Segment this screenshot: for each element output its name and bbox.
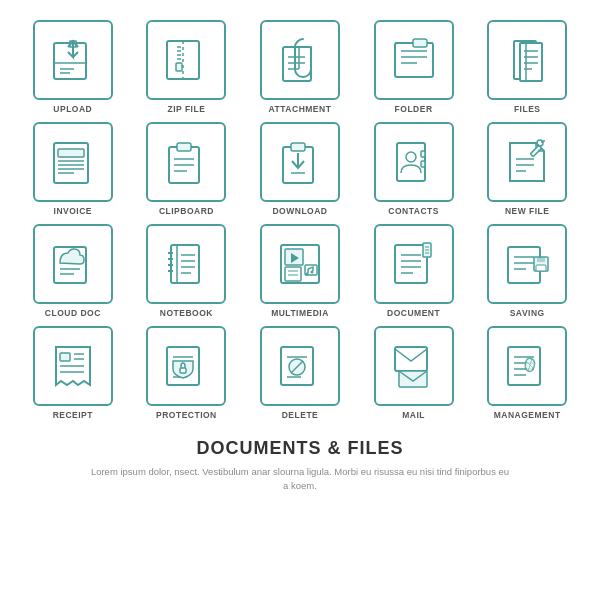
icon-item-document: DOCUMENT bbox=[361, 224, 467, 318]
icon-box-management bbox=[487, 326, 567, 406]
icon-item-upload: UPLOAD bbox=[20, 20, 126, 114]
icon-label-receipt: RECEIPT bbox=[53, 410, 93, 420]
svg-rect-111 bbox=[508, 347, 540, 385]
icon-box-document bbox=[374, 224, 454, 304]
icon-label-invoice: INVOICE bbox=[54, 206, 92, 216]
icon-label-cloud-doc: CLOUD DOC bbox=[45, 308, 101, 318]
icon-label-folder: FOLDER bbox=[395, 104, 433, 114]
icon-label-management: MANAGEMENT bbox=[494, 410, 561, 420]
icon-item-invoice: INVOICE bbox=[20, 122, 126, 216]
icon-box-multimedia bbox=[260, 224, 340, 304]
svg-rect-37 bbox=[177, 143, 191, 151]
svg-rect-109 bbox=[395, 347, 427, 371]
svg-rect-31 bbox=[58, 149, 84, 157]
icon-item-folder: FOLDER bbox=[361, 20, 467, 114]
icon-label-saving: SAVING bbox=[510, 308, 545, 318]
icon-label-notebook: NOTEBOOK bbox=[160, 308, 213, 318]
svg-rect-42 bbox=[291, 143, 305, 151]
svg-rect-76 bbox=[285, 267, 301, 281]
icon-box-mail bbox=[374, 326, 454, 406]
svg-rect-17 bbox=[395, 43, 433, 77]
icon-item-clipboard: CLIPBOARD bbox=[134, 122, 240, 216]
icon-box-delete bbox=[260, 326, 340, 406]
svg-rect-22 bbox=[413, 39, 427, 47]
icon-item-attachment: ATTACHMENT bbox=[247, 20, 353, 114]
icon-box-invoice bbox=[33, 122, 113, 202]
svg-rect-46 bbox=[421, 151, 425, 157]
icon-label-download: DOWNLOAD bbox=[272, 206, 327, 216]
icon-label-zip: ZIP FILE bbox=[167, 104, 205, 114]
svg-point-75 bbox=[310, 271, 313, 274]
svg-rect-93 bbox=[537, 257, 545, 262]
svg-point-55 bbox=[543, 140, 545, 142]
icon-item-contacts: CONTACTS bbox=[361, 122, 467, 216]
icon-item-new-file: NEW FILE bbox=[474, 122, 580, 216]
icon-box-upload bbox=[33, 20, 113, 100]
icon-label-files: FILES bbox=[514, 104, 541, 114]
icon-item-notebook: NOTEBOOK bbox=[134, 224, 240, 318]
icon-box-new-file bbox=[487, 122, 567, 202]
icon-label-document: DOCUMENT bbox=[387, 308, 440, 318]
svg-rect-24 bbox=[520, 43, 542, 81]
icon-box-folder bbox=[374, 20, 454, 100]
icon-label-protection: PROTECTION bbox=[156, 410, 217, 420]
icon-box-cloud-doc bbox=[33, 224, 113, 304]
svg-rect-103 bbox=[180, 368, 186, 373]
icon-label-upload: UPLOAD bbox=[53, 104, 92, 114]
svg-point-54 bbox=[541, 141, 543, 143]
icon-box-download bbox=[260, 122, 340, 202]
svg-rect-11 bbox=[176, 63, 182, 71]
svg-rect-94 bbox=[536, 265, 546, 271]
icon-grid: UPLOAD ZIP FILE bbox=[20, 20, 580, 420]
icon-item-download: DOWNLOAD bbox=[247, 122, 353, 216]
icon-item-zip: ZIP FILE bbox=[134, 20, 240, 114]
svg-rect-59 bbox=[171, 245, 199, 283]
svg-rect-47 bbox=[421, 161, 425, 167]
svg-point-53 bbox=[537, 140, 543, 146]
icon-box-clipboard bbox=[146, 122, 226, 202]
icon-box-zip bbox=[146, 20, 226, 100]
footer: DOCUMENTS & FILES Lorem ipsum dolor, nse… bbox=[90, 438, 510, 494]
icon-box-attachment bbox=[260, 20, 340, 100]
svg-rect-79 bbox=[395, 245, 427, 283]
icon-item-saving: SAVING bbox=[474, 224, 580, 318]
icon-item-mail: MAIL bbox=[361, 326, 467, 420]
icon-label-new-file: NEW FILE bbox=[505, 206, 550, 216]
footer-title: DOCUMENTS & FILES bbox=[90, 438, 510, 459]
svg-point-74 bbox=[305, 273, 308, 276]
icon-label-attachment: ATTACHMENT bbox=[269, 104, 332, 114]
icon-label-clipboard: CLIPBOARD bbox=[159, 206, 214, 216]
icon-box-protection bbox=[146, 326, 226, 406]
icon-label-multimedia: MULTIMEDIA bbox=[271, 308, 329, 318]
icon-box-notebook bbox=[146, 224, 226, 304]
icon-box-saving bbox=[487, 224, 567, 304]
icon-box-receipt bbox=[33, 326, 113, 406]
icon-label-contacts: CONTACTS bbox=[388, 206, 439, 216]
svg-rect-95 bbox=[60, 353, 70, 361]
icon-item-protection: PROTECTION bbox=[134, 326, 240, 420]
icon-item-cloud-doc: CLOUD DOC bbox=[20, 224, 126, 318]
icon-item-management: MANAGEMENT bbox=[474, 326, 580, 420]
icon-label-mail: MAIL bbox=[402, 410, 425, 420]
icon-box-contacts bbox=[374, 122, 454, 202]
icon-item-multimedia: MULTIMEDIA bbox=[247, 224, 353, 318]
icon-item-delete: DELETE bbox=[247, 326, 353, 420]
footer-text: Lorem ipsum dolor, nsect. Vestibulum ana… bbox=[90, 465, 510, 494]
icon-item-receipt: RECEIPT bbox=[20, 326, 126, 420]
icon-label-delete: DELETE bbox=[282, 410, 319, 420]
svg-point-48 bbox=[406, 152, 416, 162]
icon-item-files: FILES bbox=[474, 20, 580, 114]
icon-box-files bbox=[487, 20, 567, 100]
